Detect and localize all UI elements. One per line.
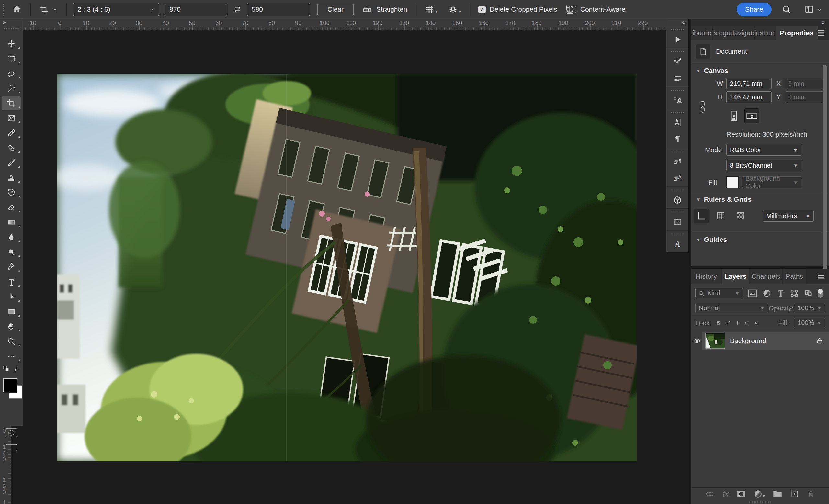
crop-height-input[interactable]	[247, 3, 310, 16]
toggle-grid-button[interactable]	[713, 209, 728, 223]
tools-drag-handle[interactable]	[3, 27, 20, 30]
toggle-pixel-grid-button[interactable]	[733, 209, 748, 223]
type-layer-filter-icon[interactable]	[777, 289, 785, 298]
panel-button-paragraph[interactable]	[666, 131, 688, 148]
panel-group-drag-handle[interactable]	[670, 87, 685, 92]
workspace-button[interactable]	[801, 2, 825, 16]
panel-button-glyphs[interactable]: A	[666, 236, 688, 253]
panel-button-brushes[interactable]	[666, 70, 688, 87]
adjustment-layer-filter-icon[interactable]	[763, 289, 771, 298]
search-button[interactable]	[779, 2, 794, 16]
layer-name[interactable]: Background	[730, 337, 816, 345]
expand-tools-button[interactable]: »	[0, 19, 23, 26]
delete-cropped-pixels-option[interactable]: ✓ Delete Cropped Pixels	[476, 2, 560, 16]
share-button[interactable]: Share	[737, 3, 772, 16]
fill-color-swatch[interactable]	[726, 177, 738, 188]
tab-libraries[interactable]: Libraries	[691, 26, 712, 40]
tool-path-selection[interactable]	[0, 289, 23, 304]
toggle-rulers-button[interactable]	[694, 209, 709, 223]
tool-zoom[interactable]	[0, 334, 23, 349]
panel-button-clone-source[interactable]	[666, 92, 688, 109]
canvas-section-header[interactable]: ▼ Canvas	[691, 65, 829, 76]
tool-hand[interactable]	[0, 319, 23, 334]
panel-group-drag-handle[interactable]	[670, 26, 685, 31]
panel-group-drag-handle[interactable]	[670, 148, 685, 153]
home-button[interactable]	[9, 2, 25, 16]
default-colors-icon[interactable]	[3, 365, 10, 373]
new-group-icon[interactable]	[773, 490, 782, 498]
shape-layer-filter-icon[interactable]	[790, 289, 799, 298]
ruler-units-select[interactable]: Millimeters▼	[763, 210, 814, 222]
blend-mode-select[interactable]: Normal▼	[695, 303, 768, 313]
panel-menu-icon[interactable]	[817, 30, 825, 37]
layer-thumbnail[interactable]	[706, 334, 725, 348]
crop-tool-button[interactable]	[37, 2, 61, 16]
tool-rectangle[interactable]	[0, 304, 23, 319]
tool-eyedropper[interactable]	[0, 126, 23, 141]
fill-value-select[interactable]: 100%▼	[794, 318, 825, 328]
bar-drag-handle[interactable]	[2, 3, 4, 16]
canvas-height-input[interactable]	[726, 91, 772, 103]
link-layers-icon[interactable]	[705, 490, 715, 498]
add-layer-mask-icon[interactable]	[737, 490, 746, 498]
screen-mode-button[interactable]	[0, 440, 23, 455]
tool-move[interactable]	[0, 36, 23, 51]
tool-rectangular-marquee[interactable]	[0, 51, 23, 66]
tab-navigator[interactable]: Navigator	[733, 26, 754, 40]
layer-row-background[interactable]: Background	[691, 332, 829, 350]
panel-button-actions[interactable]	[666, 31, 688, 48]
tool-brush[interactable]	[0, 155, 23, 170]
portrait-orientation-button[interactable]	[726, 109, 741, 123]
tool-eraser[interactable]	[0, 200, 23, 215]
tool-dodge[interactable]	[0, 245, 23, 260]
opacity-value-select[interactable]: 100%▼	[794, 303, 825, 313]
tool-pen[interactable]	[0, 260, 23, 274]
aspect-ratio-select[interactable]: 2 : 3 (4 : 6)	[73, 3, 159, 16]
panel-button-character[interactable]	[666, 114, 688, 131]
tab-history[interactable]: History	[691, 269, 721, 284]
canvas-width-input[interactable]	[726, 78, 772, 89]
lock-transparency-icon[interactable]	[717, 319, 721, 327]
tool-edit-toolbar[interactable]	[0, 349, 23, 364]
tab-adjustments[interactable]: Adjustments	[755, 26, 775, 40]
panel-group-drag-handle[interactable]	[670, 187, 685, 192]
panel-group-drag-handle[interactable]	[670, 209, 685, 214]
lock-artboard-icon[interactable]	[745, 319, 749, 327]
tab-histogram[interactable]: Histogram	[713, 26, 733, 40]
panel-button-pattern-preview[interactable]	[666, 214, 688, 230]
tab-properties[interactable]: Properties	[776, 26, 818, 40]
smart-object-filter-icon[interactable]	[804, 289, 813, 298]
horizontal-ruler[interactable]: 1001020304050607080901001101201301401501…	[0, 19, 666, 31]
new-adjustment-layer-button[interactable]: ▾	[754, 490, 764, 498]
panel-button-materials[interactable]	[666, 192, 688, 208]
panel-button-character-styles[interactable]: A	[666, 169, 688, 187]
lock-all-icon[interactable]	[754, 319, 758, 327]
lock-paint-icon[interactable]	[726, 319, 730, 327]
bit-depth-select[interactable]: 8 Bits/Channel▼	[726, 160, 801, 171]
tool-lasso[interactable]	[0, 66, 23, 81]
tab-channels[interactable]: Channels	[750, 269, 782, 284]
panel-button-paragraph-styles[interactable]: ¶	[666, 153, 688, 169]
lock-position-icon[interactable]	[735, 319, 740, 327]
panel-resize-gripper[interactable]	[749, 501, 772, 503]
tool-blur[interactable]	[0, 230, 23, 245]
tool-frame[interactable]	[0, 111, 23, 126]
crop-width-input[interactable]	[165, 3, 228, 16]
swap-dimensions-button[interactable]	[230, 2, 245, 16]
expand-panels-button[interactable]: «	[666, 19, 688, 26]
document-type-button[interactable]	[696, 44, 710, 59]
filter-toggle-switch[interactable]	[818, 289, 823, 298]
crop-settings-button[interactable]: ▾	[445, 2, 464, 16]
delete-cropped-pixels-checkbox[interactable]: ✓	[478, 6, 486, 13]
crop-overlay-options-button[interactable]: ▾	[422, 2, 440, 16]
delete-layer-icon[interactable]	[807, 490, 816, 498]
tool-gradient[interactable]	[0, 215, 23, 230]
landscape-orientation-button[interactable]	[745, 109, 759, 123]
reset-crop-button[interactable]	[562, 2, 578, 16]
panel-button-brush-settings[interactable]	[666, 53, 688, 70]
tool-spot-healing[interactable]	[0, 141, 23, 155]
pixel-layer-filter-icon[interactable]	[748, 289, 757, 298]
straighten-button[interactable]: Straighten	[359, 2, 410, 16]
foreground-color-swatch[interactable]	[3, 378, 17, 392]
tool-object-selection[interactable]	[0, 81, 23, 96]
